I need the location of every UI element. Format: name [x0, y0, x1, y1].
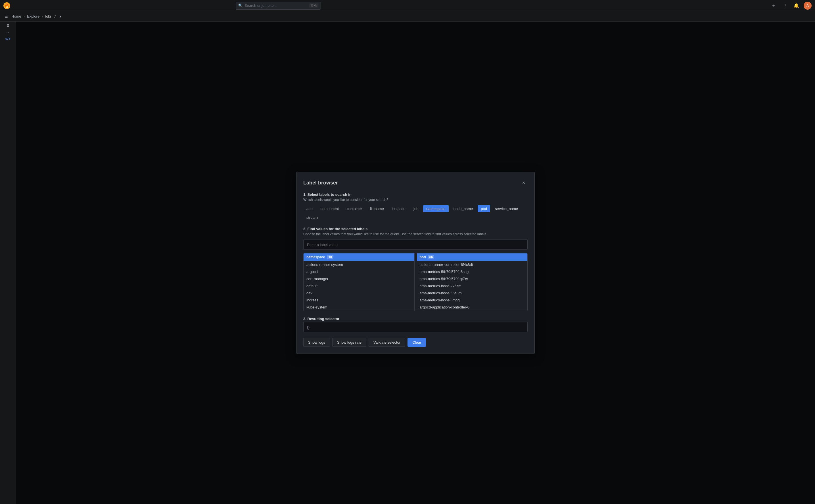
step1-section: 1. Select labels to search in Which labe… [303, 192, 528, 221]
global-search[interactable]: 🔍 Search or jump to... ⌘+k [236, 2, 321, 10]
step3-title: 3. Resulting selector [303, 317, 528, 321]
breadcrumb-loki: loki [45, 14, 51, 18]
label-chip-job[interactable]: job [411, 205, 422, 212]
nav-right: + ? 🔔 A [770, 2, 812, 10]
content-area: Label browser × 1. Select labels to sear… [16, 22, 815, 504]
clear-button[interactable]: Clear [408, 338, 426, 347]
value-item[interactable]: argocd [303, 268, 414, 275]
value-item[interactable]: argocd-application-controller-0 [417, 304, 528, 311]
resulting-selector: {} [303, 322, 528, 332]
user-avatar[interactable]: A [804, 2, 812, 10]
search-icon: 🔍 [238, 3, 243, 8]
main-area: ☰ → </> Label browser × 1. Select labels… [0, 22, 815, 504]
shortcut-badge: ⌘+k [309, 3, 318, 8]
value-item[interactable]: ama-metrics-5fb79f579f-j6sqg [417, 268, 528, 275]
hamburger-icon[interactable]: ☰ [5, 14, 8, 18]
label-chip-pod[interactable]: pod [478, 205, 490, 212]
value-item[interactable]: default [303, 282, 414, 289]
step3-section: 3. Resulting selector {} [303, 317, 528, 332]
step1-title: 1. Select labels to search in [303, 192, 528, 197]
modal-close-button[interactable]: × [520, 179, 528, 187]
value-item[interactable]: kube-system [303, 304, 414, 311]
breadcrumb-home[interactable]: Home [11, 14, 21, 18]
value-item[interactable]: dev [303, 289, 414, 297]
label-browser-modal: Label browser × 1. Select labels to sear… [296, 172, 535, 354]
value-column-pod: pod 66actions-runner-controller-6f4c8dta… [417, 253, 528, 311]
label-chip-component[interactable]: component [317, 205, 342, 212]
sidebar-code-icon[interactable]: </> [5, 37, 11, 41]
show-logs-button[interactable]: Show logs [303, 338, 330, 347]
value-item[interactable]: ama-metrics-node-2vpzm [417, 282, 528, 289]
share-icon[interactable]: ⤴ [54, 14, 56, 18]
label-chip-namespace[interactable]: namespace [423, 205, 449, 212]
step2-subtitle: Choose the label values that you would l… [303, 232, 528, 236]
app-logo[interactable]: 🔥 [3, 2, 10, 9]
values-container: namespace 10actions-runner-systemargocdc… [303, 253, 528, 311]
step2-section: 2. Find values for the selected labels C… [303, 227, 528, 311]
modal-header: Label browser × [303, 179, 528, 187]
value-item[interactable]: ama-metrics-node-66s8m [417, 289, 528, 297]
breadcrumb: ☰ Home › Explore › loki ⤴ ▼ [0, 11, 815, 22]
breadcrumb-sep-1: › [24, 14, 25, 18]
chevron-down-icon[interactable]: ▼ [59, 15, 62, 18]
value-item[interactable]: actions-runner-controller-6f4c8dt [417, 261, 528, 268]
modal-footer: Show logs Show logs rate Validate select… [303, 338, 528, 347]
column-header-namespace: namespace 10 [303, 253, 414, 261]
value-item[interactable]: ingress [303, 297, 414, 304]
top-nav: 🔥 🔍 Search or jump to... ⌘+k + ? 🔔 A [0, 0, 815, 11]
step2-title: 2. Find values for the selected labels [303, 227, 528, 231]
label-chip-node_name[interactable]: node_name [451, 205, 476, 212]
breadcrumb-explore[interactable]: Explore [27, 14, 39, 18]
value-item[interactable]: ama-metrics-5fb79f579f-qt7rv [417, 275, 528, 282]
outline-icon[interactable]: ☰ [7, 24, 9, 28]
notifications-icon[interactable]: 🔔 [792, 2, 800, 10]
sidebar: ☰ → </> [0, 22, 16, 504]
value-item[interactable]: cert-manager [303, 275, 414, 282]
step1-subtitle: Which labels would you like to consider … [303, 198, 528, 202]
value-column-namespace: namespace 10actions-runner-systemargocdc… [303, 253, 415, 311]
breadcrumb-sep-2: › [42, 14, 43, 18]
label-value-search[interactable] [303, 240, 528, 250]
validate-selector-button[interactable]: Validate selector [368, 338, 405, 347]
sidebar-arrow-icon[interactable]: → [6, 30, 10, 34]
value-item[interactable]: ama-metrics-node-6mtjq [417, 297, 528, 304]
label-chips-container: appcomponentcontainerfilenameinstancejob… [303, 205, 528, 221]
show-logs-rate-button[interactable]: Show logs rate [332, 338, 366, 347]
label-chip-filename[interactable]: filename [367, 205, 387, 212]
label-chip-stream[interactable]: stream [303, 214, 321, 221]
label-chip-app[interactable]: app [303, 205, 316, 212]
label-chip-instance[interactable]: instance [389, 205, 409, 212]
value-item[interactable]: actions-runner-system [303, 261, 414, 268]
help-icon[interactable]: ? [781, 2, 789, 10]
label-chip-container[interactable]: container [343, 205, 365, 212]
modal-title: Label browser [303, 180, 338, 186]
column-header-pod: pod 66 [417, 253, 528, 261]
label-chip-service_name[interactable]: service_name [492, 205, 521, 212]
add-icon[interactable]: + [770, 2, 778, 10]
